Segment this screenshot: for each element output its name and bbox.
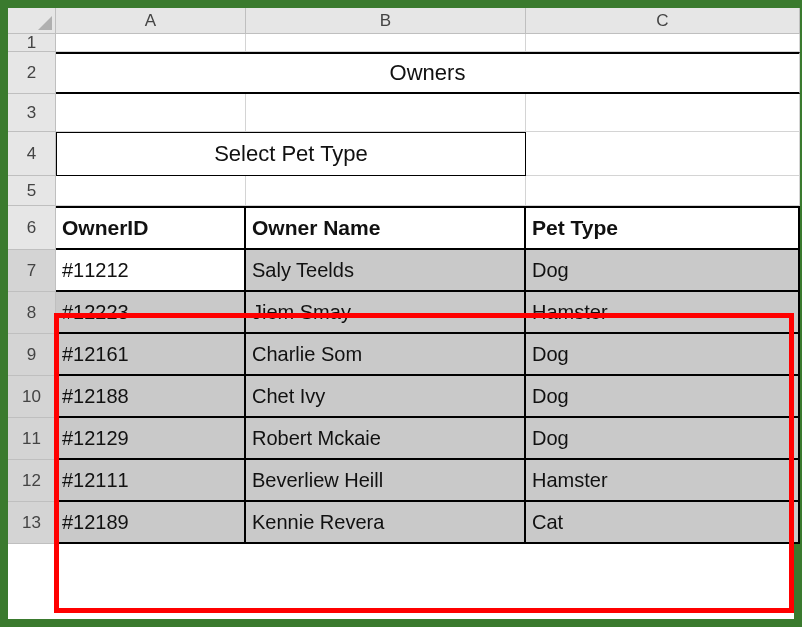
cell-b8[interactable]: Jiem Smay [246,292,526,334]
cell-c13[interactable]: Cat [526,502,800,544]
spreadsheet-frame: A B C 1 2 Owners 3 4 Select Pet Type 5 6… [0,0,802,627]
row-header-8[interactable]: 8 [8,292,56,334]
cell-a1[interactable] [56,34,246,52]
cell-c3[interactable] [526,94,800,132]
cell-c9[interactable]: Dog [526,334,800,376]
select-pet-type[interactable]: Select Pet Type [56,132,526,176]
row-header-9[interactable]: 9 [8,334,56,376]
title-cell[interactable]: Owners [56,52,800,94]
row-header-13[interactable]: 13 [8,502,56,544]
row-header-12[interactable]: 12 [8,460,56,502]
spreadsheet-grid[interactable]: A B C 1 2 Owners 3 4 Select Pet Type 5 6… [8,8,794,544]
cell-a9[interactable]: #12161 [56,334,246,376]
cell-a8[interactable]: #12223 [56,292,246,334]
cell-a5[interactable] [56,176,246,206]
row-header-3[interactable]: 3 [8,94,56,132]
cell-c10[interactable]: Dog [526,376,800,418]
header-pettype[interactable]: Pet Type [526,206,800,250]
svg-marker-0 [38,16,52,30]
cell-c4[interactable] [526,132,800,176]
cell-a11[interactable]: #12129 [56,418,246,460]
cell-b11[interactable]: Robert Mckaie [246,418,526,460]
row-header-2[interactable]: 2 [8,52,56,94]
row-header-4[interactable]: 4 [8,132,56,176]
cell-b12[interactable]: Beverliew Heill [246,460,526,502]
cell-c7[interactable]: Dog [526,250,800,292]
row-header-6[interactable]: 6 [8,206,56,250]
row-header-1[interactable]: 1 [8,34,56,52]
cell-b5[interactable] [246,176,526,206]
cell-c1[interactable] [526,34,800,52]
header-ownername[interactable]: Owner Name [246,206,526,250]
row-header-10[interactable]: 10 [8,376,56,418]
col-header-a[interactable]: A [56,8,246,34]
cell-b10[interactable]: Chet Ivy [246,376,526,418]
cell-c5[interactable] [526,176,800,206]
header-ownerid[interactable]: OwnerID [56,206,246,250]
row-header-5[interactable]: 5 [8,176,56,206]
cell-c11[interactable]: Dog [526,418,800,460]
cell-a7[interactable]: #11212 [56,250,246,292]
row-header-11[interactable]: 11 [8,418,56,460]
cell-b9[interactable]: Charlie Som [246,334,526,376]
cell-a3[interactable] [56,94,246,132]
cell-a13[interactable]: #12189 [56,502,246,544]
col-header-b[interactable]: B [246,8,526,34]
cell-b3[interactable] [246,94,526,132]
cell-a12[interactable]: #12111 [56,460,246,502]
row-header-7[interactable]: 7 [8,250,56,292]
cell-b7[interactable]: Saly Teelds [246,250,526,292]
select-all-corner[interactable] [8,8,56,34]
col-header-c[interactable]: C [526,8,800,34]
cell-c8[interactable]: Hamster [526,292,800,334]
cell-b1[interactable] [246,34,526,52]
cell-c12[interactable]: Hamster [526,460,800,502]
cell-b13[interactable]: Kennie Revera [246,502,526,544]
cell-a10[interactable]: #12188 [56,376,246,418]
